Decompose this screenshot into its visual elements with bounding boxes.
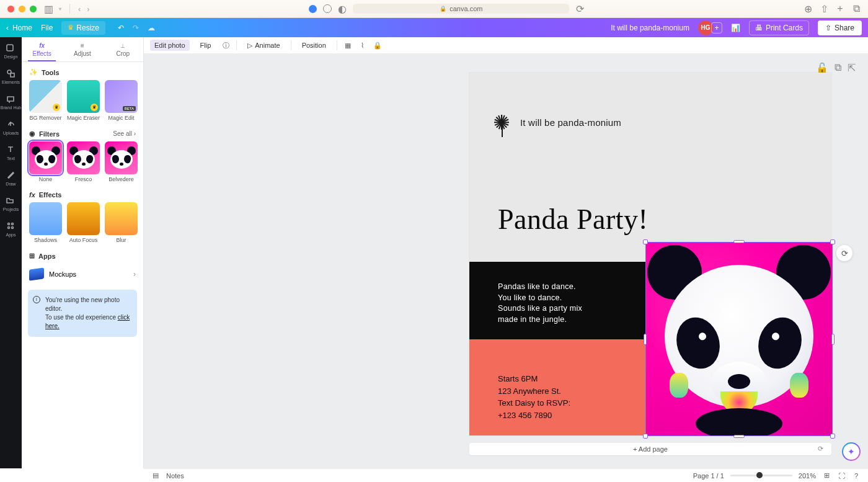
sidebar-toggle-icon[interactable]: ▥ (44, 4, 53, 13)
position-button[interactable]: Position (298, 40, 330, 51)
project-title[interactable]: It will be panda-monium (611, 24, 689, 32)
details-box[interactable]: Starts 6PM 123 Anywhere St. Text Daisy t… (469, 339, 647, 435)
transparency-icon[interactable]: ▦ (343, 41, 352, 50)
page-indicator[interactable]: Page 1 / 1 (693, 472, 724, 480)
rail-brand[interactable]: Brand Hub (1, 94, 21, 110)
fullscreen-icon[interactable]: ⛶ (837, 471, 846, 480)
info-button[interactable]: ⓘ (221, 41, 230, 50)
mockups-icon (29, 267, 44, 280)
help-icon[interactable]: ? (852, 471, 861, 480)
tool-bg-remover[interactable]: ♛ (29, 80, 62, 113)
minimize-window[interactable] (19, 6, 25, 12)
filters-see-all[interactable]: See all › (113, 130, 136, 137)
nav-rail: Design Elements Brand Hub Uploads Text D… (0, 37, 22, 468)
notes-button[interactable]: Notes (166, 472, 184, 480)
cloud-sync-icon[interactable]: ☁ (148, 24, 155, 32)
edit-photo-button[interactable]: Edit photo (150, 40, 190, 51)
tagline-text[interactable]: It will be panda-monium (520, 117, 621, 128)
filter-fresco[interactable] (67, 141, 100, 174)
pro-badge-icon: ♛ (53, 104, 60, 111)
magic-fab[interactable]: ✦ (842, 442, 861, 461)
effect-shadows[interactable] (29, 202, 62, 235)
duplicate-page-icon[interactable]: ⧉ (835, 62, 841, 74)
context-toolbar: Edit photo Flip ⓘ ▷Animate Position ▦ ⌇ … (144, 37, 868, 54)
copy-style-icon[interactable]: ⌇ (358, 41, 367, 50)
file-menu[interactable]: File (41, 24, 53, 32)
svg-point-4 (11, 223, 13, 225)
tracking-icon[interactable]: ◐ (338, 4, 347, 13)
play-icon: ▷ (247, 42, 252, 50)
nav-back[interactable]: ‹ (78, 4, 81, 14)
zoom-level[interactable]: 201% (799, 472, 816, 480)
tab-effects[interactable]: fxEffects (22, 37, 62, 61)
reload-icon[interactable]: ⟳ (575, 4, 584, 13)
url-bar[interactable]: 🔒 canva.com (353, 4, 569, 14)
svg-rect-2 (11, 73, 14, 77)
crown-icon: ♛ (68, 24, 74, 32)
share-icon[interactable]: ⇧ (820, 4, 828, 13)
resize-handle-tl[interactable] (643, 239, 648, 244)
resize-handle-r[interactable] (831, 334, 835, 345)
tab-crop[interactable]: ⟂Crop (103, 37, 143, 61)
notes-icon: ▤ (151, 471, 160, 480)
selected-image[interactable] (646, 243, 832, 435)
rail-draw[interactable]: Draw (6, 171, 16, 186)
url-host: canva.com (450, 5, 482, 12)
add-collaborator-button[interactable]: + (711, 22, 722, 33)
effect-autofocus[interactable] (67, 202, 100, 235)
undo-button[interactable]: ↶ (118, 24, 124, 32)
rail-text[interactable]: Text (6, 145, 16, 161)
sync-icon[interactable]: ⟳ (818, 445, 826, 453)
grid-view-icon[interactable]: ⊞ (822, 471, 831, 480)
filter-none[interactable] (29, 141, 62, 174)
rail-design[interactable]: Design (4, 43, 18, 59)
share-button[interactable]: ⇧ Share (818, 20, 862, 35)
canvas-area[interactable]: 🔓 ⧉ ⇱ It will be panda-monium Panda Part… (144, 54, 868, 468)
filter-belvedere[interactable] (105, 141, 138, 174)
maximize-window[interactable] (30, 6, 37, 12)
download-icon[interactable]: ⊕ (804, 4, 812, 13)
rail-projects[interactable]: Projects (3, 196, 19, 212)
export-page-icon[interactable]: ⇱ (848, 62, 856, 74)
resize-button[interactable]: ♛ Resize (61, 21, 105, 35)
home-button[interactable]: ‹ Home (6, 24, 32, 32)
animate-button[interactable]: ▷Animate (243, 40, 284, 51)
insights-icon[interactable]: 📊 (731, 24, 740, 32)
resize-handle-t[interactable] (733, 240, 745, 243)
privacy-shield-icon[interactable] (323, 4, 332, 13)
resize-handle-bl[interactable] (643, 434, 648, 439)
zoom-slider[interactable] (730, 475, 792, 476)
lock-icon[interactable]: 🔒 (373, 41, 382, 50)
tab-adjust[interactable]: ≡Adjust (62, 37, 102, 61)
rail-uploads[interactable]: Uploads (3, 120, 19, 135)
nav-forward[interactable]: › (87, 4, 89, 14)
resize-handle-b[interactable] (733, 435, 745, 438)
regenerate-button[interactable]: ⟳ (836, 245, 852, 261)
tabs-icon[interactable]: ⧉ (852, 4, 861, 13)
poem-box[interactable]: Pandas like to dance. You like to dance.… (469, 262, 647, 339)
add-page-button[interactable]: + Add page ⟳ (469, 443, 831, 455)
starburst-icon (494, 115, 509, 130)
print-button[interactable]: 🖶 Print Cards (749, 20, 809, 35)
effect-blur[interactable] (105, 202, 138, 235)
svg-point-5 (7, 227, 9, 229)
rail-elements[interactable]: Elements (2, 69, 20, 84)
tool-magic-eraser[interactable]: ♛ (67, 80, 100, 113)
extension-badge-icon[interactable] (309, 5, 317, 13)
redo-button[interactable]: ↷ (133, 24, 139, 32)
new-tab-icon[interactable]: + (836, 4, 844, 13)
tool-magic-edit[interactable]: BETA (105, 80, 138, 113)
section-tools: ✨Tools (22, 62, 143, 80)
main-title[interactable]: Panda Party! (498, 203, 648, 236)
resize-handle-l[interactable] (644, 334, 647, 345)
svg-point-6 (11, 227, 13, 229)
section-effects: fxEffects (22, 185, 143, 202)
flip-button[interactable]: Flip (196, 40, 216, 51)
resize-handle-tr[interactable] (830, 239, 835, 244)
chevron-left-icon: ‹ (6, 24, 9, 32)
svg-rect-0 (7, 45, 13, 51)
resize-handle-br[interactable] (830, 434, 835, 439)
close-window[interactable] (7, 6, 14, 12)
rail-apps[interactable]: Apps (6, 221, 16, 237)
app-mockups[interactable]: Mockups › (22, 264, 143, 285)
